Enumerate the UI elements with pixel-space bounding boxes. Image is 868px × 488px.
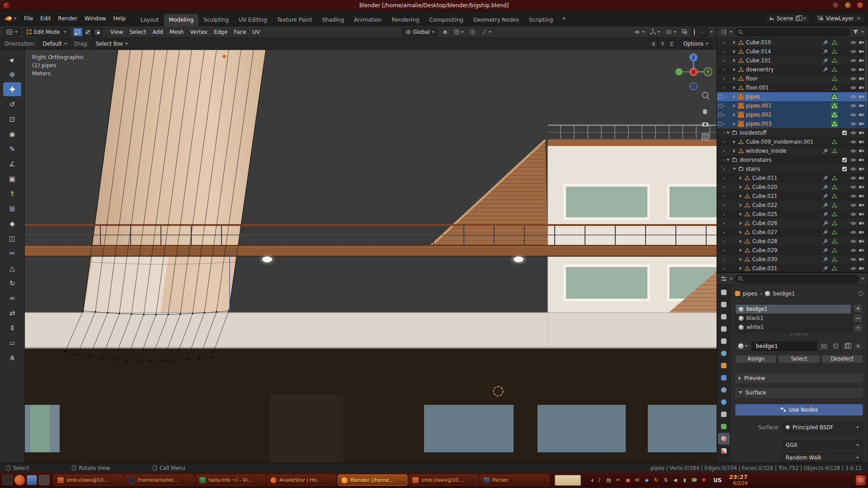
hide-eye-icon[interactable] xyxy=(850,94,857,100)
hide-eye-icon[interactable] xyxy=(850,211,857,218)
render-camera-icon[interactable] xyxy=(858,94,865,100)
taskbar-window-button[interactable]: Parsec xyxy=(480,474,549,486)
scene-selector[interactable]: Scene × xyxy=(765,14,810,23)
add-slot-button[interactable]: + xyxy=(854,304,863,313)
tool-button[interactable]: ↻ xyxy=(3,276,21,290)
browse-material-dropdown[interactable] xyxy=(735,342,750,351)
outliner-row[interactable]: Cube.021 xyxy=(717,192,868,201)
tool-button[interactable]: ◉ xyxy=(3,127,21,141)
outliner-row[interactable]: doorsnstairs xyxy=(717,155,868,164)
mesh-data-icon[interactable] xyxy=(831,84,838,91)
outliner-row[interactable]: Cube.101 xyxy=(717,56,868,65)
outliner-row[interactable]: Cube.014 xyxy=(717,47,868,56)
hide-eye-icon[interactable] xyxy=(850,112,857,118)
mesh-data-icon[interactable] xyxy=(831,247,838,254)
mesh-data-icon[interactable] xyxy=(831,66,838,73)
collection-checkbox[interactable] xyxy=(841,157,848,164)
workspace-tab[interactable]: Texture Paint xyxy=(272,14,317,26)
modifier-wrench-icon[interactable] xyxy=(822,175,829,182)
expand-arrow-icon[interactable] xyxy=(740,194,742,198)
modifier-wrench-icon[interactable] xyxy=(822,148,829,155)
menubar-menu[interactable]: File xyxy=(20,14,37,23)
outliner-row[interactable]: Cube.009_insidemain.001 xyxy=(717,137,868,146)
outliner-row[interactable]: pipes.002 xyxy=(717,110,868,119)
modifier-wrench-icon[interactable] xyxy=(822,39,829,46)
tool-button[interactable]: ⇑ xyxy=(3,187,21,201)
tool-button[interactable]: ⇕ xyxy=(3,321,21,335)
material-slot[interactable]: black1 xyxy=(736,314,851,323)
modifier-wrench-icon[interactable] xyxy=(822,193,829,200)
hide-eye-icon[interactable] xyxy=(850,103,857,109)
taskbar-clock[interactable]: 23:27 6/2/24 xyxy=(729,474,747,486)
mesh-data-icon[interactable] xyxy=(831,175,838,182)
render-camera-icon[interactable] xyxy=(858,229,865,236)
new-scene-icon[interactable] xyxy=(796,16,800,21)
tool-button[interactable]: ⊕ xyxy=(3,67,21,81)
properties-tab[interactable] xyxy=(718,323,730,335)
taskbar-window-button[interactable]: /home/amalie/... xyxy=(125,474,194,486)
outliner-row[interactable]: windows_inside xyxy=(717,146,868,155)
tool-button[interactable]: ▶ xyxy=(3,52,21,66)
taskbar-window-button[interactable]: Blender [/home... xyxy=(338,474,407,486)
viewport-menu[interactable]: Add xyxy=(150,28,166,37)
outliner-row[interactable]: Cube.031 xyxy=(717,264,868,272)
snap-settings-dropdown[interactable] xyxy=(452,28,466,36)
xray-toggle[interactable] xyxy=(680,28,689,36)
breadcrumb-material[interactable]: beidge1 xyxy=(773,291,795,297)
expand-arrow-icon[interactable] xyxy=(733,68,736,71)
orientation-setting-dropdown[interactable]: Default xyxy=(39,39,71,48)
render-camera-icon[interactable] xyxy=(858,184,865,191)
mode-dropdown[interactable]: Edit Mode xyxy=(23,28,70,37)
workspace-tab[interactable]: Compositing xyxy=(424,14,468,26)
mesh-data-icon[interactable] xyxy=(831,103,838,109)
wireframe-shading-button[interactable] xyxy=(693,28,696,36)
modifier-wrench-icon[interactable] xyxy=(822,265,829,272)
add-workspace-button[interactable]: + xyxy=(558,13,570,24)
expand-arrow-icon[interactable] xyxy=(740,221,742,225)
modifier-wrench-icon[interactable] xyxy=(822,66,829,73)
expand-arrow-icon[interactable] xyxy=(740,267,742,270)
outliner-row[interactable]: pipes.001 xyxy=(717,101,868,110)
render-camera-icon[interactable] xyxy=(858,112,865,118)
tray-icon[interactable]: ↻ xyxy=(653,477,660,483)
tool-button[interactable]: ▱ xyxy=(3,336,21,350)
hide-eye-icon[interactable] xyxy=(850,247,857,254)
properties-tab[interactable] xyxy=(718,286,730,298)
mesh-data-icon[interactable] xyxy=(831,211,838,218)
expand-arrow-icon[interactable] xyxy=(733,149,736,153)
expand-arrow-icon[interactable] xyxy=(740,185,742,189)
material-preview-button[interactable] xyxy=(701,32,703,33)
mesh-data-icon[interactable] xyxy=(831,256,838,263)
tool-button[interactable]: ✂ xyxy=(3,246,21,260)
breadcrumb-object[interactable]: pipes xyxy=(743,291,757,297)
maximize-button[interactable] xyxy=(844,2,851,9)
close-button[interactable] xyxy=(857,2,863,9)
expand-arrow-icon[interactable] xyxy=(726,132,730,134)
tool-button[interactable]: ▣ xyxy=(3,172,21,186)
workspace-tab[interactable]: Modeling xyxy=(164,14,199,26)
modifier-wrench-icon[interactable] xyxy=(822,247,829,254)
tool-button[interactable]: △ xyxy=(3,261,21,275)
modifier-wrench-icon[interactable] xyxy=(822,211,829,218)
modifier-wrench-icon[interactable] xyxy=(822,57,829,64)
hide-eye-icon[interactable] xyxy=(850,57,857,64)
outliner-row[interactable]: Cube.022 xyxy=(717,201,868,210)
modifier-wrench-icon[interactable] xyxy=(822,220,829,227)
properties-search-input[interactable] xyxy=(735,275,859,283)
expand-arrow-icon[interactable] xyxy=(733,41,736,44)
properties-tab[interactable] xyxy=(718,372,730,384)
window-menu-icon[interactable] xyxy=(3,2,10,9)
fake-user-shield-icon[interactable] xyxy=(830,342,840,351)
vertex-select-mode-button[interactable] xyxy=(73,28,83,37)
mesh-data-icon[interactable] xyxy=(831,139,838,145)
hide-eye-icon[interactable] xyxy=(850,130,857,136)
tray-icon[interactable]: ✚ xyxy=(700,477,707,483)
hide-eye-icon[interactable] xyxy=(850,238,857,245)
editor-type-button[interactable] xyxy=(3,28,21,37)
tray-icon[interactable]: ⇅ xyxy=(662,477,669,483)
outliner-row[interactable]: Cube.027 xyxy=(717,228,868,237)
expand-arrow-icon[interactable] xyxy=(733,122,736,126)
drag-setting-dropdown[interactable]: Select Box xyxy=(92,39,132,48)
render-camera-icon[interactable] xyxy=(858,75,865,82)
subsurface-method-dropdown[interactable]: Random Walk xyxy=(782,453,863,463)
